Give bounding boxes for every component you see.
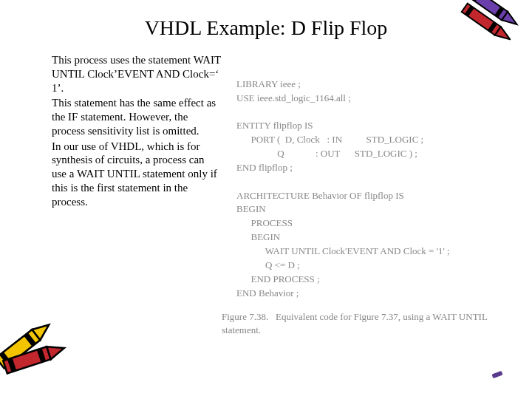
code-line: END Behavior ; xyxy=(236,287,299,299)
code-line: LIBRARY ieee ; xyxy=(236,78,301,89)
code-line: END PROCESS ; xyxy=(236,273,320,284)
code-line: Q <= D ; xyxy=(236,259,300,270)
paragraph-2: This statement has the same effect as th… xyxy=(52,96,222,137)
code-line: BEGIN xyxy=(236,231,280,242)
code-line: USE ieee.std_logic_1164.all ; xyxy=(236,92,351,103)
code-line: BEGIN xyxy=(236,203,266,214)
code-listing: LIBRARY ieee ; USE ieee.std_logic_1164.a… xyxy=(236,53,502,314)
paragraph-1: This process uses the statement WAIT UNT… xyxy=(52,53,222,95)
scribble-mark xyxy=(491,371,502,378)
content-row: This process uses the statement WAIT UNT… xyxy=(0,53,532,314)
code-line: ENTITY flipflop IS xyxy=(236,120,313,131)
code-line: ARCHITECTURE Behavior OF flipflop IS xyxy=(236,190,404,201)
explanation-text: This process uses the statement WAIT UNT… xyxy=(52,53,222,314)
caption-label: Figure 7.38. xyxy=(222,311,268,322)
crayon-icon xyxy=(0,321,74,390)
code-line: PROCESS xyxy=(236,217,293,228)
code-line: WAIT UNTIL Clock'EVENT AND Clock = '1' ; xyxy=(236,245,450,256)
code-line: Q : OUT STD_LOGIC ) ; xyxy=(236,148,417,159)
svg-marker-13 xyxy=(47,341,66,359)
code-line: END flipflop ; xyxy=(236,162,293,173)
code-line: PORT ( D, Clock : IN STD_LOGIC ; xyxy=(236,134,423,145)
figure-caption: Figure 7.38. Equivalent code for Figure … xyxy=(222,310,502,337)
paragraph-3: In our use of VHDL, which is for synthes… xyxy=(52,140,222,209)
